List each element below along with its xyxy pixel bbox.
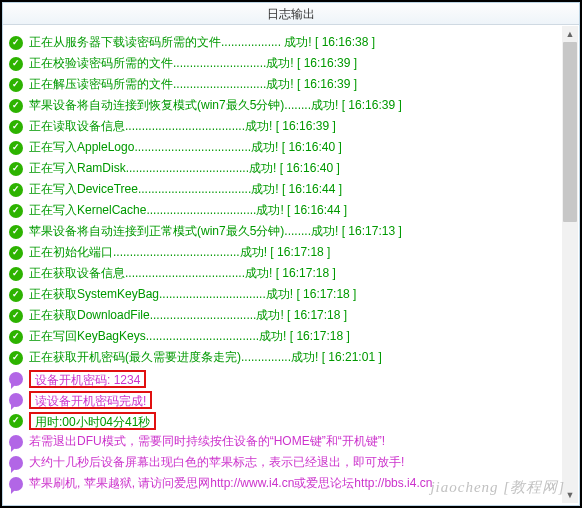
success-icon [9,246,23,260]
log-line: 大约十几秒后设备屏幕出现白色的苹果标志，表示已经退出，即可放手! [9,452,557,473]
log-line: 用时:00小时04分41秒 [9,410,557,431]
log-line: 正在获取SystemKeyBag........................… [9,284,557,305]
success-icon [9,120,23,134]
log-line: 正在初始化端口.................................… [9,242,557,263]
info-icon [9,393,23,407]
log-message: 正在写回KeyBagKeys..........................… [29,326,350,347]
success-icon [9,162,23,176]
log-message: 正在获取SystemKeyBag........................… [29,284,356,305]
log-line: 正在写入DeviceTree..........................… [9,179,557,200]
info-icon [9,477,23,491]
vertical-scrollbar[interactable]: ▲ ▼ [562,26,578,503]
scroll-up-arrow[interactable]: ▲ [562,26,578,42]
log-line: 正在读取设备信息................................… [9,116,557,137]
success-icon [9,414,23,428]
success-icon [9,36,23,50]
log-panel: 日志输出 正在从服务器下载读密码所需的文件.................. … [2,2,580,506]
log-line: 正在写入RamDisk.............................… [9,158,557,179]
info-icon [9,435,23,449]
log-message: 苹果设备将自动连接到正常模式(win7最久5分钟)........成功! [ 1… [29,221,402,242]
info-icon [9,456,23,470]
panel-title: 日志输出 [3,3,579,25]
log-line: 若需退出DFU模式，需要同时持续按住设备的“HOME键”和“开机键”! [9,431,557,452]
success-icon [9,330,23,344]
log-message: 读设备开机密码完成! [29,391,152,409]
success-icon [9,99,23,113]
log-line: 正在获取开机密码(最久需要进度条走完)...............成功! [ … [9,347,557,368]
log-line: 正在写入AppleLogo...........................… [9,137,557,158]
log-message: 若需退出DFU模式，需要同时持续按住设备的“HOME键”和“开机键”! [29,431,385,452]
log-line: 苹果设备将自动连接到恢复模式(win7最久5分钟)........成功! [ 1… [9,95,557,116]
log-message: 大约十几秒后设备屏幕出现白色的苹果标志，表示已经退出，即可放手! [29,452,404,473]
log-list: 正在从服务器下载读密码所需的文件.................. 成功! [… [5,26,561,503]
log-message: 正在获取设备信息................................… [29,263,336,284]
success-icon [9,204,23,218]
success-icon [9,288,23,302]
log-message: 正在获取DownloadFile........................… [29,305,347,326]
success-icon [9,141,23,155]
log-line: 正在写入KernelCache.........................… [9,200,557,221]
log-line: 正在从服务器下载读密码所需的文件.................. 成功! [… [9,32,557,53]
log-message: 正在写入RamDisk.............................… [29,158,340,179]
log-message: 正在写入KernelCache.........................… [29,200,347,221]
success-icon [9,309,23,323]
success-icon [9,225,23,239]
log-message: 正在校验读密码所需的文件............................… [29,53,357,74]
success-icon [9,351,23,365]
log-line: 正在写回KeyBagKeys..........................… [9,326,557,347]
log-line: 正在解压读密码所需的文件............................… [9,74,557,95]
log-message: 苹果设备将自动连接到恢复模式(win7最久5分钟)........成功! [ 1… [29,95,402,116]
success-icon [9,57,23,71]
log-line: 设备开机密码: 1234 [9,368,557,389]
log-message: 正在读取设备信息................................… [29,116,336,137]
log-message: 正在写入AppleLogo...........................… [29,137,342,158]
success-icon [9,183,23,197]
log-message: 正在初始化端口.................................… [29,242,330,263]
log-message: 正在从服务器下载读密码所需的文件.................. 成功! [… [29,32,375,53]
log-message: 用时:00小时04分41秒 [29,412,156,430]
log-line: 苹果刷机, 苹果越狱, 请访问爱思网http://www.i4.cn或爱思论坛h… [9,473,557,494]
log-message: 正在获取开机密码(最久需要进度条走完)...............成功! [ … [29,347,382,368]
scroll-down-arrow[interactable]: ▼ [562,487,578,503]
log-line: 正在获取设备信息................................… [9,263,557,284]
log-line: 苹果设备将自动连接到正常模式(win7最久5分钟)........成功! [ 1… [9,221,557,242]
success-icon [9,78,23,92]
log-message: 设备开机密码: 1234 [29,370,146,388]
info-icon [9,372,23,386]
log-message: 正在解压读密码所需的文件............................… [29,74,357,95]
log-line: 正在校验读密码所需的文件............................… [9,53,557,74]
log-line: 读设备开机密码完成! [9,389,557,410]
log-line: 正在获取DownloadFile........................… [9,305,557,326]
log-message: 正在写入DeviceTree..........................… [29,179,342,200]
success-icon [9,267,23,281]
scroll-thumb[interactable] [563,42,577,222]
log-message: 苹果刷机, 苹果越狱, 请访问爱思网http://www.i4.cn或爱思论坛h… [29,473,432,494]
